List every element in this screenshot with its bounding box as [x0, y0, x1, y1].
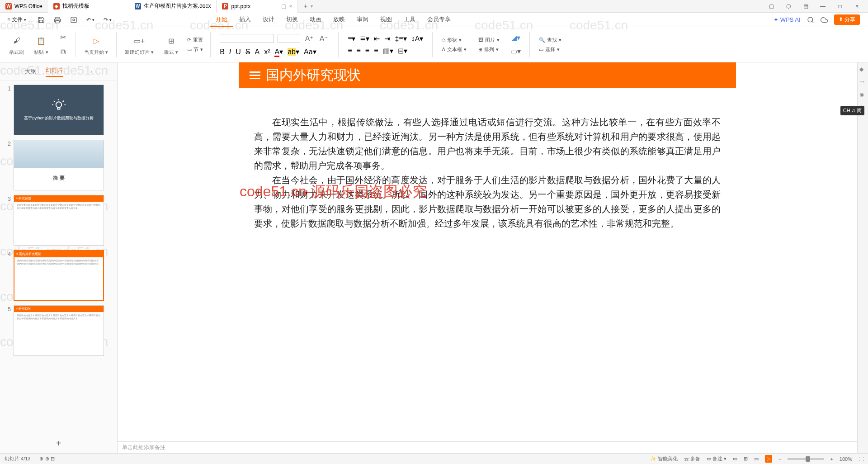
ribbon-tab-start[interactable]: 开始 [210, 13, 233, 27]
new-slide-button[interactable]: ▭+ 新建幻灯片 ▾ [121, 32, 157, 57]
find-button[interactable]: 🔍 查找 ▾ [539, 37, 561, 43]
change-case-icon[interactable]: Aa▾ [304, 47, 316, 56]
notes-button[interactable]: ▭ 备注 ▾ [707, 455, 726, 462]
doc-tab-template[interactable]: ◆ 找稻壳模板 [48, 0, 129, 13]
ribbon-tab-review[interactable]: 审阅 [351, 13, 374, 27]
align-left-icon[interactable]: ≡ [348, 47, 352, 55]
format-brush-button[interactable]: 🖌 格式刷 [5, 32, 28, 57]
columns-icon[interactable]: ▥▾ [383, 47, 393, 55]
print-icon[interactable] [50, 14, 65, 25]
cube-icon[interactable]: ⬡ [780, 1, 797, 12]
search-icon[interactable] [807, 16, 814, 24]
window-mode-icon[interactable]: ▢ [281, 3, 286, 9]
share-button[interactable]: ⬆ 分享 [834, 14, 860, 25]
outline-color-icon[interactable]: ▭▾ [510, 46, 521, 57]
increase-font-icon[interactable]: A⁺ [304, 33, 315, 44]
print-preview-icon[interactable] [66, 14, 81, 25]
fit-icon[interactable]: ⛶ [859, 456, 863, 462]
decrease-font-icon[interactable]: A⁻ [318, 33, 329, 44]
shape-button[interactable]: ◇ 形状 ▾ [442, 37, 466, 43]
clear-format-icon[interactable]: A [255, 48, 259, 56]
sidebar-icon[interactable]: ▭ [859, 79, 867, 86]
increase-indent-icon[interactable]: ⇥ [384, 34, 390, 43]
notes-pane[interactable]: 单击此处添加备注 [118, 441, 857, 453]
bullet-list-icon[interactable]: ≡▾ [348, 34, 355, 43]
zoom-slider[interactable] [788, 458, 824, 460]
menu-icon[interactable]: ▤ [797, 1, 814, 12]
ribbon-tab-insert[interactable]: 插入 [234, 13, 256, 27]
new-tab-button[interactable]: + ▾ [298, 0, 318, 13]
minimize-icon[interactable]: — [815, 1, 831, 12]
sidebar-icon[interactable]: ◉ [859, 91, 867, 99]
doc-tab-word[interactable]: W 生产印模图片替换方案.docx [129, 0, 217, 13]
number-list-icon[interactable]: ≣▾ [360, 34, 369, 43]
cloud-icon[interactable] [821, 16, 828, 24]
highlight-icon[interactable]: ab▾ [288, 47, 299, 56]
zoom-level[interactable]: 100% [840, 456, 852, 462]
current-slide[interactable]: 国内外研究现状 在现实生活中，根据传统做法，有些人选择通过电话或短信进行交流。这… [239, 62, 736, 244]
slide-thumb-5[interactable]: ≡ 研究目的 研究目的内容文本研究目的内容文本研究目的内容文本研究目的内容文本研… [14, 305, 104, 356]
picture-button[interactable]: 🖼 图片 ▾ [478, 37, 500, 43]
section-button[interactable]: ▭ 节 ▾ [187, 46, 203, 53]
superscript-icon[interactable]: x² [264, 48, 270, 56]
align-vertical-icon[interactable]: ⊟▾ [398, 47, 407, 55]
view-slideshow-icon[interactable]: ▷ [765, 455, 772, 463]
text-direction-icon[interactable]: ↕A▾ [411, 34, 424, 43]
reset-button[interactable]: ⟳ 重置 [187, 37, 203, 43]
view-sorter-icon[interactable]: ⊞ [744, 456, 748, 462]
redo-icon[interactable]: ↷ ▾ [100, 15, 115, 25]
save-icon[interactable] [34, 14, 48, 25]
layout-button[interactable]: ⊞ 版式 ▾ [160, 32, 182, 57]
app-tab[interactable]: W WPS Office [0, 0, 48, 13]
outline-tab[interactable]: 大纲 [25, 67, 37, 76]
copy-icon[interactable]: ⧉ [57, 47, 68, 57]
align-justify-icon[interactable]: ≡ [374, 47, 378, 55]
paste-button[interactable]: 📋 粘贴 ▾ [30, 32, 52, 57]
file-menu[interactable]: ≡ 文件 ▾ [4, 14, 30, 25]
cut-icon[interactable]: ✂ [57, 32, 68, 43]
slide-thumb-2[interactable]: 摘 要 [14, 140, 104, 190]
strike-icon[interactable]: S [245, 48, 250, 56]
arrange-button[interactable]: ⊞ 排列 ▾ [478, 46, 500, 53]
align-right-icon[interactable]: ≡ [365, 47, 369, 55]
undo-icon[interactable]: ↶ ▾ [83, 15, 98, 25]
zoom-out-icon[interactable]: − [778, 456, 781, 462]
line-spacing-icon[interactable]: ‡≡▾ [395, 34, 406, 43]
ribbon-tab-transition[interactable]: 切换 [281, 13, 303, 27]
decrease-indent-icon[interactable]: ⇤ [374, 34, 380, 43]
font-size-select[interactable] [278, 34, 300, 43]
maximize-icon[interactable]: □ [832, 1, 848, 12]
smart-beautify-button[interactable]: ✨ 智能美化 [650, 455, 678, 462]
slides-tab[interactable]: 幻灯片 [46, 66, 63, 77]
collapse-panel-icon[interactable]: ‹ [90, 68, 92, 75]
ime-indicator[interactable]: CH ♫ 简 [840, 106, 864, 115]
start-from-current-button[interactable]: ▷ 当页开始 ▾ [80, 32, 112, 57]
doc-tab-ppt[interactable]: P ppt.pptx ▢ × [217, 0, 298, 13]
slide-content[interactable]: 在现实生活中，根据传统做法，有些人选择通过电话或短信进行交流。这种方法比较单一，… [239, 88, 736, 244]
font-family-select[interactable] [220, 34, 274, 43]
window-mode-icon[interactable]: ▢ [763, 1, 779, 12]
ribbon-tab-design[interactable]: 设计 [257, 13, 280, 27]
zoom-in-icon[interactable]: + [830, 456, 833, 462]
align-center-icon[interactable]: ≡ [356, 47, 360, 55]
wps-ai-button[interactable]: ✦ WPS AI [774, 16, 801, 23]
ribbon-tab-tools[interactable]: 工具 [398, 13, 421, 27]
add-slide-button[interactable]: + [0, 434, 117, 453]
font-color-icon[interactable]: A▾ [274, 47, 283, 56]
view-normal-icon[interactable]: ▭ [733, 456, 737, 462]
slide-thumb-1[interactable]: 基于python的影片数据爬取与数据分析 [14, 85, 104, 135]
close-tab-icon[interactable]: × [289, 3, 292, 9]
ribbon-tab-vip[interactable]: 会员专享 [422, 13, 456, 27]
select-button[interactable]: ▭ 选择 ▾ [539, 46, 561, 53]
sidebar-icon[interactable]: ◆ [859, 66, 867, 73]
slide-thumb-3[interactable]: ≡ 研究背景 研究背景内容文本研究背景内容文本研究背景内容文本研究背景内容文本研… [14, 195, 104, 246]
fill-color-icon[interactable]: ◢▾ [510, 33, 521, 43]
ribbon-tab-view[interactable]: 视图 [375, 13, 397, 27]
ribbon-tab-animation[interactable]: 动画 [304, 13, 327, 27]
ribbon-tab-slideshow[interactable]: 放映 [328, 13, 350, 27]
textbox-button[interactable]: A 文本框 ▾ [442, 46, 466, 53]
underline-icon[interactable]: U [236, 48, 241, 56]
template-button[interactable]: 云 多备 [684, 455, 700, 462]
bold-icon[interactable]: B [220, 48, 225, 56]
slide-thumb-4[interactable]: ≡ 国内外研究现状 国内外研究现状内容国内外研究现状内容国内外研究现状内容国内外… [14, 250, 104, 301]
